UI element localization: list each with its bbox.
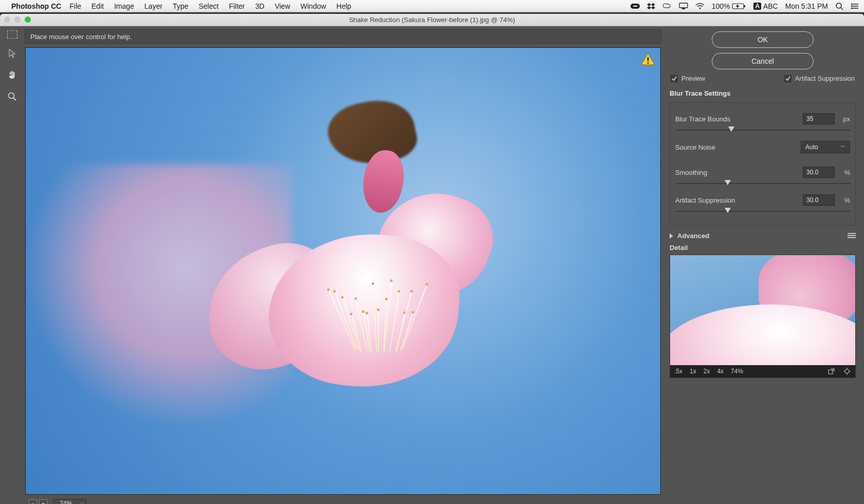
preview-checkbox-label: Preview — [681, 75, 705, 82]
zoom-in-button[interactable]: + — [39, 499, 47, 504]
smoothing-input[interactable] — [803, 167, 835, 178]
detail-zoom-2x[interactable]: 2x — [704, 368, 710, 375]
artifact-suppression-checkbox[interactable]: Artifact Suppression — [784, 75, 855, 82]
detail-title: Detail — [670, 244, 856, 251]
window-controls — [4, 16, 31, 23]
menu-image[interactable]: Image — [114, 2, 134, 10]
menu-file[interactable]: File — [69, 2, 81, 10]
svg-point-6 — [836, 3, 841, 8]
airplay-icon[interactable] — [679, 3, 688, 10]
undock-loupe-icon[interactable] — [827, 367, 836, 375]
settings-panel: OK Cancel Preview Artifact Suppression B… — [663, 26, 864, 504]
detail-loupe[interactable] — [670, 255, 855, 365]
zoom-out-button[interactable]: − — [29, 499, 37, 504]
ok-button[interactable]: OK — [712, 31, 814, 48]
window-close-icon[interactable] — [4, 16, 10, 23]
svg-rect-17 — [647, 62, 649, 64]
window-zoom-icon[interactable] — [25, 16, 31, 23]
svg-point-19 — [845, 369, 849, 373]
menu-layer[interactable]: Layer — [145, 2, 163, 10]
dnd-icon[interactable] — [631, 3, 640, 10]
menu-window[interactable]: Window — [300, 2, 326, 10]
panel-menu-icon[interactable] — [848, 233, 856, 239]
zoom-tool-icon[interactable] — [6, 90, 19, 103]
blur-trace-bounds-label: Blur Trace Bounds — [675, 115, 803, 123]
menu-filter[interactable]: Filter — [229, 2, 245, 10]
source-noise-label: Source Noise — [675, 143, 801, 151]
smoothing-unit: % — [838, 169, 850, 176]
source-noise-select[interactable]: Auto﹀ — [801, 141, 850, 153]
svg-point-11 — [851, 3, 853, 5]
hand-tool-icon[interactable] — [6, 68, 19, 82]
cc-sync-icon[interactable] — [662, 3, 672, 10]
dialog-titlebar: Shake Reduction (Sakura Flower-before (1… — [0, 14, 864, 26]
detail-zoom-4x[interactable]: 4x — [717, 368, 724, 375]
blur-trace-settings-panel: Blur Trace Bounds px Source Noise Auto﹀ … — [670, 102, 856, 226]
cancel-button[interactable]: Cancel — [712, 53, 814, 69]
detail-zoom-current: 74% — [731, 368, 743, 375]
detail-zoom-0_5x[interactable]: .5x — [674, 368, 682, 375]
zoom-level-select[interactable]: 74%﹀ — [53, 499, 86, 504]
svg-point-14 — [9, 93, 14, 99]
menu-edit[interactable]: Edit — [92, 2, 104, 10]
clock[interactable]: Mon 5:31 PM — [785, 2, 828, 10]
menu-view[interactable]: View — [275, 2, 290, 10]
toolstrip — [0, 26, 25, 504]
menu-select[interactable]: Select — [199, 2, 219, 10]
input-source[interactable]: A ABC — [753, 2, 778, 10]
artifact-suppression-unit: % — [838, 196, 850, 204]
window-minimize-icon[interactable] — [14, 16, 21, 23]
smoothing-slider[interactable] — [675, 180, 850, 187]
smoothing-label: Smoothing — [675, 169, 803, 176]
svg-point-12 — [851, 5, 853, 7]
preview-canvas[interactable] — [25, 47, 661, 495]
hint-text: Place mouse over control for help. — [30, 33, 132, 41]
dialog-title: Shake Reduction (Sakura Flower-before (1… — [349, 16, 515, 24]
svg-rect-2 — [679, 3, 688, 8]
svg-rect-18 — [829, 370, 833, 374]
svg-point-13 — [851, 7, 853, 9]
hint-bar: Place mouse over control for help. — [25, 29, 661, 44]
advanced-toggle[interactable]: Advanced — [670, 232, 709, 240]
spotlight-icon[interactable] — [835, 2, 843, 10]
menu-type[interactable]: Type — [173, 2, 188, 10]
preview-area: Place mouse over control for help. — [25, 26, 663, 504]
blur-trace-bounds-unit: px — [838, 115, 850, 123]
detail-zoom-1x[interactable]: 1x — [690, 368, 696, 375]
target-icon[interactable] — [843, 367, 851, 375]
detail-panel: .5x 1x 2x 4x 74% — [670, 255, 856, 378]
svg-rect-16 — [647, 57, 649, 61]
artifact-suppression-label: Artifact Suppression — [675, 196, 803, 204]
artifact-suppression-checkbox-label: Artifact Suppression — [795, 75, 855, 82]
menu-help[interactable]: Help — [336, 2, 351, 10]
warning-icon — [641, 53, 655, 65]
svg-rect-5 — [744, 5, 745, 7]
preview-checkbox[interactable]: Preview — [671, 75, 705, 82]
blur-trace-settings-title: Blur Trace Settings — [670, 89, 856, 97]
artifact-suppression-input[interactable] — [803, 194, 835, 206]
svg-line-7 — [841, 8, 843, 10]
svg-rect-1 — [633, 6, 637, 7]
menu-3d[interactable]: 3D — [255, 2, 264, 10]
artifact-suppression-slider[interactable] — [675, 208, 850, 215]
shake-reduction-dialog: Shake Reduction (Sakura Flower-before (1… — [0, 14, 864, 504]
macos-menubar: Photoshop CC File Edit Image Layer Type … — [0, 0, 864, 12]
zoom-bar: − + 74%﹀ — [25, 497, 661, 504]
blur-trace-bounds-input[interactable] — [803, 113, 835, 124]
blur-trace-bounds-slider[interactable] — [675, 127, 850, 134]
dropbox-icon[interactable] — [647, 3, 655, 10]
svg-line-15 — [13, 98, 16, 100]
marquee-tool-icon[interactable] — [7, 30, 17, 39]
menu-extras-icon[interactable] — [851, 3, 859, 10]
svg-point-3 — [699, 7, 700, 9]
disclosure-triangle-icon — [670, 233, 673, 239]
app-name[interactable]: Photoshop CC — [11, 2, 61, 10]
battery-status[interactable]: 100% — [712, 2, 747, 10]
wifi-icon[interactable] — [695, 3, 705, 10]
direct-select-tool-icon[interactable] — [6, 47, 19, 60]
